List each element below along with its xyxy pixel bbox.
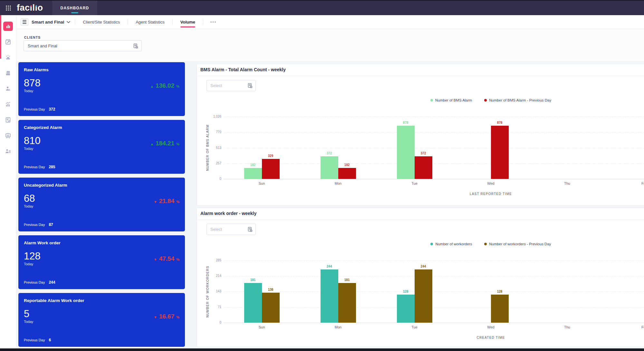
bar-value-label: 181 bbox=[338, 278, 356, 282]
gridline bbox=[224, 307, 644, 307]
facilio-logo: facılıo bbox=[17, 1, 43, 15]
x-tick-label: Wed bbox=[453, 325, 529, 329]
x-tick-label: Thu bbox=[529, 325, 605, 329]
bar-sun-s0[interactable] bbox=[244, 283, 262, 323]
kpi-previous: Previous Day6 bbox=[24, 338, 51, 342]
x-tick-label: Fri bbox=[605, 181, 644, 185]
bar-value-label: 128 bbox=[491, 290, 509, 293]
board-selector[interactable]: Smart and Final bbox=[32, 20, 70, 24]
board-name: Smart and Final bbox=[32, 20, 64, 24]
y-tick-label: 71 bbox=[197, 305, 221, 309]
gridline bbox=[224, 260, 644, 261]
alarm-work-order-chart-panel: Alarm work order - weekly Select Number … bbox=[197, 208, 644, 347]
x-tick-label: Sun bbox=[224, 181, 300, 185]
bar-value-label: 182 bbox=[244, 163, 262, 167]
divider bbox=[203, 19, 203, 25]
kpi-period: Today bbox=[24, 147, 179, 151]
y-tick-label: 770 bbox=[197, 130, 221, 134]
y-tick-label: 513 bbox=[197, 146, 221, 150]
gridline bbox=[224, 163, 644, 164]
hamburger-menu-button[interactable] bbox=[21, 18, 28, 26]
kpi-trend: ▲136.02% bbox=[150, 82, 179, 89]
divider bbox=[128, 19, 128, 25]
topbar: facılıo DASHBOARD bbox=[0, 0, 644, 15]
kpi-title: Alarm Work order bbox=[24, 240, 179, 245]
bar-mon-s1[interactable] bbox=[338, 168, 356, 179]
kpi-card-raw-alarms: Raw Alarms 878 Today ▲136.02% Previous D… bbox=[18, 62, 185, 116]
bar-plot: 02575137701,026Sun182329Mon372182Tue8783… bbox=[197, 64, 644, 205]
bar-value-label: 244 bbox=[321, 265, 338, 268]
y-tick-label: 0 bbox=[197, 177, 221, 180]
sidebar-active-strip bbox=[0, 15, 1, 59]
sidebar-item-people[interactable] bbox=[0, 143, 16, 159]
kpi-title: Reportable Alarm Work order bbox=[24, 298, 179, 303]
x-tick-label: Fri bbox=[605, 325, 644, 329]
bar-wed-s1[interactable] bbox=[491, 126, 509, 179]
clients-input[interactable]: Smart and Final bbox=[24, 40, 142, 51]
gridline bbox=[224, 117, 644, 117]
sidebar-item-portfolio[interactable] bbox=[0, 65, 16, 81]
maintenance-calendar-icon bbox=[5, 39, 11, 45]
sidebar-item-alarms[interactable] bbox=[0, 50, 16, 65]
analytics-icon bbox=[5, 101, 11, 108]
bar-sun-s1[interactable] bbox=[262, 159, 280, 179]
bar-sun-s0[interactable] bbox=[244, 168, 262, 179]
alarm-siren-icon bbox=[5, 54, 11, 61]
sidebar-item-tasks[interactable] bbox=[0, 112, 16, 128]
bar-value-label: 878 bbox=[397, 121, 415, 124]
x-axis-title: CREATED TIME bbox=[224, 336, 644, 339]
gridline bbox=[224, 148, 644, 148]
sidebar-item-agents[interactable] bbox=[0, 81, 16, 97]
bms-alarm-chart-panel: BMS Alarm - Total Alarm Count - weekly S… bbox=[197, 64, 644, 206]
sidebar-item-maintenance[interactable] bbox=[0, 34, 16, 50]
people-list-icon bbox=[5, 148, 11, 154]
bar-tue-s1[interactable] bbox=[415, 156, 432, 179]
more-tabs-button[interactable]: ••• bbox=[208, 20, 219, 24]
kpi-trend: ▲184.21% bbox=[150, 140, 179, 147]
bar-mon-s1[interactable] bbox=[338, 283, 356, 323]
sidebar-item-dashboard[interactable] bbox=[0, 18, 16, 34]
trend-arrow-icon: ▼ bbox=[154, 315, 157, 319]
divider bbox=[172, 19, 173, 25]
x-tick-label: Sun bbox=[224, 325, 300, 329]
y-tick-label: 0 bbox=[197, 321, 221, 324]
kpi-previous: Previous Day87 bbox=[24, 222, 53, 227]
tab-agent-statistics[interactable]: Agent Statistics bbox=[132, 15, 168, 29]
chevron-down-icon bbox=[67, 21, 70, 23]
horizontal-scrollbar[interactable] bbox=[0, 348, 644, 351]
sidebar-item-reports[interactable] bbox=[0, 128, 16, 144]
tab-client-site-statistics[interactable]: Client/Site Statistics bbox=[80, 15, 123, 29]
active-tab-underline bbox=[71, 12, 78, 13]
agent-desk-icon bbox=[5, 85, 11, 92]
tab-volume[interactable]: Volume bbox=[177, 15, 198, 29]
bar-mon-s0[interactable] bbox=[321, 269, 338, 323]
x-tick-label: Thu bbox=[529, 181, 605, 185]
topnav-dashboard-tab[interactable]: DASHBOARD bbox=[52, 1, 98, 15]
dashboard-subnav: Smart and Final Client/Site Statistics A… bbox=[16, 15, 644, 29]
kpi-card-uncategorized-alarm: Uncategorized Alarm 68 Today ▼21.84% Pre… bbox=[18, 178, 185, 231]
bar-tue-s0[interactable] bbox=[397, 295, 415, 323]
x-tick-label: Wed bbox=[453, 181, 529, 185]
building-icon bbox=[5, 70, 11, 76]
bar-value-label: 372 bbox=[321, 151, 338, 155]
gridline bbox=[224, 323, 644, 323]
clients-label: CLIENTS bbox=[24, 36, 41, 39]
sidebar-item-analytics[interactable] bbox=[0, 97, 16, 112]
x-tick-label: Tue bbox=[376, 181, 453, 185]
lookup-list-icon bbox=[133, 43, 138, 49]
bar-plot: 071143214285Sun181138Mon244181Tue128244W… bbox=[197, 208, 644, 347]
kpi-period: Today bbox=[24, 320, 179, 324]
bar-value-label: 181 bbox=[244, 278, 262, 282]
clients-value: Smart and Final bbox=[28, 44, 133, 48]
kpi-card-reportable-alarm-work-order: Reportable Alarm Work order 5 Today ▼16.… bbox=[18, 293, 185, 347]
trend-arrow-icon: ▲ bbox=[150, 142, 154, 146]
y-tick-label: 257 bbox=[197, 161, 221, 165]
checklist-icon bbox=[5, 117, 11, 123]
app-grid-icon[interactable] bbox=[0, 1, 17, 15]
divider bbox=[75, 19, 75, 25]
bar-wed-s1[interactable] bbox=[491, 295, 509, 323]
bar-mon-s0[interactable] bbox=[321, 156, 338, 179]
bar-tue-s1[interactable] bbox=[415, 269, 432, 323]
bar-sun-s1[interactable] bbox=[262, 293, 280, 323]
bar-tue-s0[interactable] bbox=[397, 126, 415, 179]
